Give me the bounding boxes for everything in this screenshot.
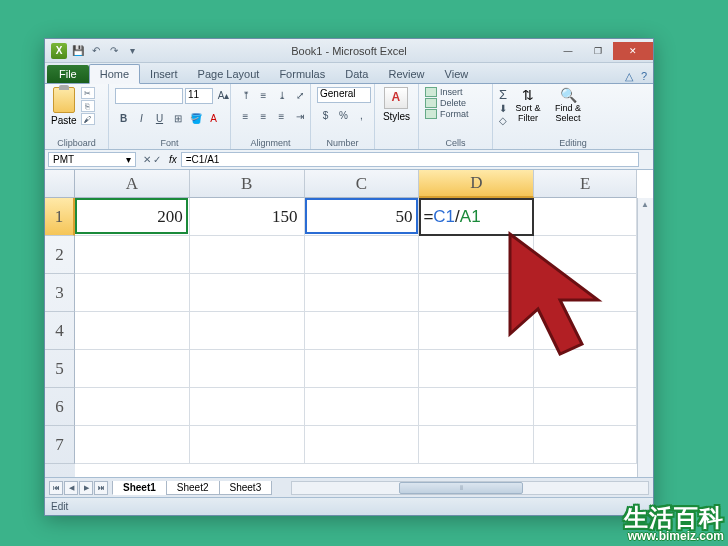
cell-d6[interactable]	[419, 388, 534, 426]
close-button[interactable]: ✕	[613, 42, 653, 60]
cell-e7[interactable]	[534, 426, 637, 464]
grow-font-button[interactable]: A▴	[215, 87, 232, 104]
select-all-corner[interactable]	[45, 170, 75, 198]
align-bottom-button[interactable]: ⤓	[273, 87, 290, 104]
row-header-4[interactable]: 4	[45, 312, 75, 350]
tab-page-layout[interactable]: Page Layout	[188, 65, 270, 83]
cell-c5[interactable]	[305, 350, 420, 388]
qat-customize-icon[interactable]: ▾	[125, 44, 139, 58]
cut-button[interactable]: ✂	[81, 87, 95, 99]
cell-e1[interactable]	[534, 198, 637, 236]
minimize-button[interactable]: —	[553, 42, 583, 60]
align-center-button[interactable]: ≡	[255, 108, 272, 125]
delete-cells-button[interactable]: Delete	[425, 98, 469, 108]
col-header-a[interactable]: A	[75, 170, 190, 198]
sheet-tab-1[interactable]: Sheet1	[112, 481, 167, 495]
save-button[interactable]: 💾	[71, 44, 85, 58]
clear-button[interactable]: ◇	[499, 115, 507, 126]
cell-c3[interactable]	[305, 274, 420, 312]
redo-button[interactable]: ↷	[107, 44, 121, 58]
cell-c7[interactable]	[305, 426, 420, 464]
font-color-button[interactable]: A	[205, 110, 222, 127]
format-painter-button[interactable]: 🖌	[81, 113, 95, 125]
file-tab[interactable]: File	[47, 65, 89, 83]
borders-button[interactable]: ⊞	[169, 110, 186, 127]
fill-button[interactable]: ⬇	[499, 103, 507, 114]
undo-button[interactable]: ↶	[89, 44, 103, 58]
cell-a5[interactable]	[75, 350, 190, 388]
cell-d4[interactable]	[419, 312, 534, 350]
cell-a2[interactable]	[75, 236, 190, 274]
cell-b6[interactable]	[190, 388, 305, 426]
cell-e4[interactable]	[534, 312, 637, 350]
excel-icon[interactable]: X	[51, 43, 67, 59]
minimize-ribbon-icon[interactable]: △	[625, 70, 633, 83]
sheet-nav-first[interactable]: ⏮	[49, 481, 63, 495]
col-header-b[interactable]: B	[190, 170, 305, 198]
orientation-button[interactable]: ⤢	[291, 87, 308, 104]
cell-e3[interactable]	[534, 274, 637, 312]
enter-formula-button[interactable]: ✓	[153, 154, 161, 165]
horizontal-scrollbar[interactable]: ⦀	[291, 481, 649, 495]
cell-e2[interactable]	[534, 236, 637, 274]
cell-c6[interactable]	[305, 388, 420, 426]
cell-a1[interactable]: 200	[75, 198, 190, 236]
col-header-c[interactable]: C	[305, 170, 420, 198]
styles-button[interactable]: Styles	[383, 87, 410, 122]
tab-insert[interactable]: Insert	[140, 65, 188, 83]
cell-d5[interactable]	[419, 350, 534, 388]
col-header-e[interactable]: E	[534, 170, 637, 198]
cell-e5[interactable]	[534, 350, 637, 388]
sheet-tab-2[interactable]: Sheet2	[166, 481, 220, 495]
align-right-button[interactable]: ≡	[273, 108, 290, 125]
formula-input[interactable]: =C1/A1	[181, 152, 639, 167]
cell-c2[interactable]	[305, 236, 420, 274]
cell-d1[interactable]: =C1/A1	[419, 198, 534, 236]
indent-button[interactable]: ⇥	[291, 108, 308, 125]
find-select-button[interactable]: 🔍 Find & Select	[549, 87, 587, 123]
cell-c4[interactable]	[305, 312, 420, 350]
cell-d3[interactable]	[419, 274, 534, 312]
italic-button[interactable]: I	[133, 110, 150, 127]
comma-button[interactable]: ,	[353, 107, 370, 124]
font-size-select[interactable]: 11	[185, 88, 213, 104]
currency-button[interactable]: $	[317, 107, 334, 124]
cell-a4[interactable]	[75, 312, 190, 350]
font-name-select[interactable]	[115, 88, 183, 104]
paste-button[interactable]: Paste	[51, 87, 77, 126]
align-middle-button[interactable]: ≡	[255, 87, 272, 104]
sheet-tab-3[interactable]: Sheet3	[219, 481, 273, 495]
name-box[interactable]: PMT▾	[48, 152, 136, 167]
align-top-button[interactable]: ⤒	[237, 87, 254, 104]
fill-color-button[interactable]: 🪣	[187, 110, 204, 127]
format-cells-button[interactable]: Format	[425, 109, 469, 119]
tab-data[interactable]: Data	[335, 65, 378, 83]
chevron-down-icon[interactable]: ▾	[126, 154, 131, 165]
cell-b4[interactable]	[190, 312, 305, 350]
align-left-button[interactable]: ≡	[237, 108, 254, 125]
cell-d7[interactable]	[419, 426, 534, 464]
cell-a3[interactable]	[75, 274, 190, 312]
tab-review[interactable]: Review	[378, 65, 434, 83]
cell-b2[interactable]	[190, 236, 305, 274]
cell-b5[interactable]	[190, 350, 305, 388]
cell-a6[interactable]	[75, 388, 190, 426]
autosum-button[interactable]: Σ	[499, 87, 507, 102]
sheet-nav-next[interactable]: ▶	[79, 481, 93, 495]
cell-c1[interactable]: 50	[305, 198, 420, 236]
tab-home[interactable]: Home	[89, 64, 140, 84]
sort-filter-button[interactable]: ⇅ Sort & Filter	[511, 87, 545, 123]
vertical-scrollbar[interactable]	[637, 198, 653, 477]
row-header-3[interactable]: 3	[45, 274, 75, 312]
bold-button[interactable]: B	[115, 110, 132, 127]
fx-button[interactable]: fx	[165, 154, 181, 165]
row-header-5[interactable]: 5	[45, 350, 75, 388]
row-header-1[interactable]: 1	[45, 198, 75, 236]
number-format-select[interactable]: General	[317, 87, 371, 103]
cell-a7[interactable]	[75, 426, 190, 464]
underline-button[interactable]: U	[151, 110, 168, 127]
row-header-6[interactable]: 6	[45, 388, 75, 426]
insert-cells-button[interactable]: Insert	[425, 87, 469, 97]
cell-grid[interactable]: 200 150 50 =C1/A1	[75, 198, 637, 477]
sheet-nav-last[interactable]: ⏭	[94, 481, 108, 495]
